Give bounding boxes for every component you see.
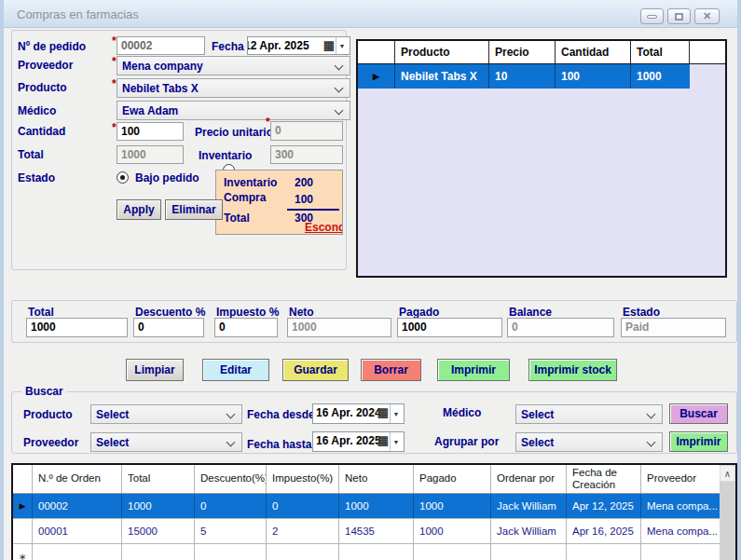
cell[interactable] (414, 544, 491, 560)
column-header[interactable]: Neto (339, 465, 414, 493)
cell[interactable]: 00001 (33, 519, 122, 543)
column-header[interactable]: Total (631, 41, 690, 63)
fecha-datepicker[interactable]: 12 Apr. 2025 ▦ ▼ (247, 36, 350, 55)
cell[interactable] (567, 544, 641, 560)
orders-grid-new-row[interactable]: ∗ (13, 544, 735, 560)
fecha-hasta-datepicker[interactable]: 16 Apr. 2025 ▦ ▼ (312, 431, 405, 452)
close-button[interactable]: ✕ (694, 8, 720, 24)
column-header[interactable]: Ordenar por (491, 465, 567, 493)
cell[interactable]: 1000 (339, 494, 414, 518)
guardar-button[interactable]: Guardar (282, 359, 349, 381)
apply-button[interactable]: Apply (117, 199, 161, 220)
column-header[interactable]: N.º de Orden (33, 465, 122, 493)
restore-icon (675, 13, 683, 20)
agrupar-por-combobox[interactable]: Select (515, 432, 663, 452)
cell[interactable]: Jack William (491, 494, 567, 518)
producto-combobox[interactable]: Nebilet Tabs X (117, 78, 350, 98)
totals-total-label: Total (28, 306, 54, 319)
row-selector-cell[interactable]: ▶ (13, 494, 33, 518)
bajo-pedido-radio-label[interactable]: Bajo pedido (135, 171, 199, 184)
cell[interactable]: Mena compa... (641, 519, 720, 543)
bajo-pedido-radio[interactable] (117, 171, 129, 184)
row-selector-cell[interactable]: ▶ (358, 64, 395, 89)
totals-total-field[interactable]: 1000 (26, 318, 128, 337)
order-number-field[interactable]: 00002 (117, 36, 205, 55)
fecha-desde-datepicker[interactable]: 16 Apr. 2024 ▦ ▼ (312, 403, 405, 424)
cell[interactable]: Jack William (491, 519, 567, 543)
producto-value: Nebilet Tabs X (122, 82, 199, 95)
vertical-scrollbar[interactable]: ∧ (720, 465, 735, 560)
limpiar-button[interactable]: Limpiar (126, 359, 184, 381)
agrupar-por-label: Agrupar por (434, 435, 499, 448)
imprimir-stock-button[interactable]: Imprimir stock (528, 359, 617, 381)
cell[interactable]: Mena compa... (641, 494, 720, 518)
cell[interactable]: 1000 (122, 494, 195, 518)
cell[interactable] (339, 544, 414, 560)
column-header[interactable]: Precio (489, 41, 556, 63)
cell-precio[interactable]: 10 (489, 64, 556, 89)
new-row-selector-cell[interactable]: ∗ (13, 544, 33, 560)
column-header[interactable]: Fecha de Creación (567, 465, 641, 493)
cell[interactable] (267, 544, 339, 560)
descuento-field[interactable]: 0 (133, 318, 204, 337)
popup-compra-value: 100 (295, 193, 313, 206)
cell[interactable]: 2 (267, 519, 339, 543)
search-imprimir-button[interactable]: Imprimir (669, 431, 728, 452)
column-header[interactable]: Pagado (414, 465, 491, 493)
cell[interactable]: 0 (267, 494, 339, 518)
column-header[interactable]: Total (122, 465, 195, 493)
eliminar-button[interactable]: Eliminar (165, 199, 223, 220)
cell[interactable]: 15000 (122, 519, 195, 543)
cell-producto[interactable]: Nebilet Tabs X (395, 64, 489, 89)
scroll-up-button[interactable]: ∧ (720, 465, 735, 482)
column-header[interactable]: Producto (395, 41, 489, 63)
proveedor-combobox[interactable]: Mena company (117, 56, 350, 75)
buscar-button[interactable]: Buscar (669, 403, 728, 424)
cell[interactable]: Apr 12, 2025 (567, 494, 641, 518)
borrar-button[interactable]: Borrar (361, 359, 421, 381)
cell-cantidad[interactable]: 100 (556, 64, 631, 89)
cell-total[interactable]: 1000 (631, 64, 690, 89)
scroll-up-icon: ∧ (724, 469, 731, 479)
calendar-icon: ▦ (323, 38, 335, 52)
row-selector-cell[interactable] (13, 519, 33, 543)
search-producto-combobox[interactable]: Select (90, 404, 242, 424)
cell[interactable] (641, 544, 720, 560)
proveedor-label: Proveedor (18, 59, 73, 72)
editar-button[interactable]: Editar (202, 359, 269, 381)
restore-button[interactable] (667, 8, 691, 24)
column-header[interactable]: Impuesto(%) (267, 465, 339, 493)
esconder-link[interactable]: Esconder (305, 221, 343, 234)
cell[interactable]: 1000 (414, 494, 491, 518)
search-medico-combobox[interactable]: Select (515, 404, 663, 424)
orders-grid-row[interactable]: 00001 15000 5 2 14535 1000 Jack William … (13, 519, 735, 544)
cell[interactable]: 5 (195, 519, 267, 543)
cell[interactable] (491, 544, 567, 560)
estado-field-label: Estado (623, 306, 660, 319)
product-grid-row[interactable]: ▶ Nebilet Tabs X 10 100 1000 (358, 64, 690, 89)
medico-combobox[interactable]: Ewa Adam (117, 101, 350, 120)
minimize-button[interactable] (640, 8, 664, 24)
imprimir-button[interactable]: Imprimir (437, 359, 510, 381)
impuesto-field[interactable]: 0 (214, 318, 278, 337)
cell[interactable] (122, 544, 195, 560)
dropdown-arrow-icon[interactable]: ▼ (336, 37, 348, 54)
cell[interactable]: 00002 (33, 494, 122, 518)
column-header[interactable]: Proveedor (641, 465, 720, 493)
dropdown-arrow-icon[interactable]: ▼ (390, 404, 402, 423)
cell[interactable]: Apr 16, 2025 (567, 519, 641, 543)
search-proveedor-combobox[interactable]: Select (90, 432, 242, 452)
pagado-field[interactable]: 1000 (397, 318, 502, 337)
cell[interactable]: 0 (195, 494, 267, 518)
orders-grid-row[interactable]: ▶ 00002 1000 0 0 1000 1000 Jack William … (13, 494, 735, 519)
cell[interactable] (195, 544, 267, 560)
cell[interactable]: 1000 (414, 519, 491, 543)
column-header[interactable]: Cantidad (556, 41, 631, 63)
fecha-hasta-value: 16 Apr. 2025 (316, 434, 381, 447)
dropdown-arrow-icon[interactable]: ▼ (390, 432, 402, 451)
cell[interactable]: 14535 (339, 519, 414, 543)
cantidad-field[interactable]: 100 (117, 122, 184, 141)
column-header[interactable]: Descuento(%) (195, 465, 267, 493)
cell[interactable] (33, 544, 122, 560)
balance-label: Balance (509, 306, 552, 319)
